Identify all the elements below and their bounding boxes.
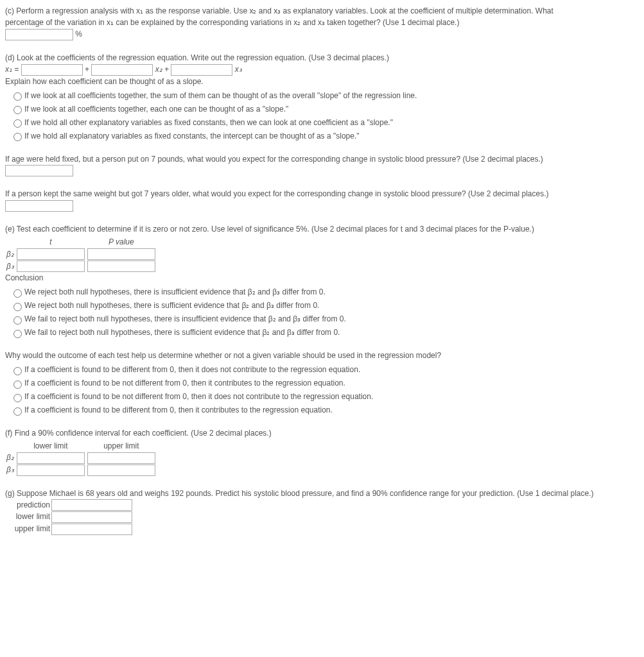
why-opt-3: If a coefficient is found to be differen… [24, 405, 333, 414]
part-d-opt-1: If we look at all coefficients together,… [24, 105, 288, 114]
part-e-opt-2-radio[interactable] [13, 316, 22, 325]
part-d-opt-3: If we hold all explanatory variables as … [24, 132, 360, 141]
prediction-label: prediction [5, 499, 51, 511]
part-d-opt-3-radio[interactable] [13, 133, 22, 141]
x1-equals: x₁ = [5, 65, 19, 74]
part-f-table: lower limit upper limit β₂ β₃ [5, 440, 157, 476]
part-e-opt-3-radio[interactable] [13, 330, 22, 338]
b3-low-input[interactable] [17, 465, 85, 476]
part-e-opt-0: We reject both null hypotheses, there is… [24, 287, 326, 296]
why-opt-0-radio[interactable] [13, 367, 22, 375]
part-d-opt-0: If we look at all coefficients together,… [24, 91, 417, 100]
part-d-opt-2: If we hold all other explanatory variabl… [24, 118, 393, 127]
upper-limit-input[interactable] [51, 524, 132, 535]
prediction-input[interactable] [51, 499, 132, 511]
part-e-prompt: (e) Test each coefficient to determine i… [5, 223, 639, 235]
col-pvalue: P value [86, 236, 157, 248]
part-c: (c) Perform a regression analysis with x… [5, 5, 639, 40]
x3-label: x₃ [235, 65, 242, 74]
coef-x3-input[interactable] [171, 64, 232, 76]
age-fixed-question: If age were held fixed, but a person put… [5, 153, 639, 177]
conclusion-label: Conclusion [5, 272, 639, 284]
why-options: If a coefficient is found to be differen… [10, 364, 639, 416]
plus-1: + [85, 65, 89, 74]
b2-low-input[interactable] [17, 452, 85, 464]
col-upper: upper limit [86, 440, 157, 452]
f-row-b2-label: β₂ [5, 452, 15, 464]
why-opt-1: If a coefficient is found to be not diff… [24, 379, 345, 388]
part-g-prompt: (g) Suppose Michael is 68 years old and … [5, 488, 639, 499]
part-e-opt-1: We reject both null hypotheses, there is… [24, 301, 319, 310]
x2-label: x₂ + [155, 65, 169, 74]
age-fixed-input[interactable] [5, 165, 73, 176]
part-e-opt-1-radio[interactable] [13, 303, 22, 311]
row-b2-label: β₂ [5, 248, 15, 260]
why-opt-3-radio[interactable] [13, 407, 22, 416]
part-e-opt-2: We fail to reject both null hypotheses, … [24, 314, 346, 323]
weight-kept-input[interactable] [5, 200, 73, 212]
age-fixed-prompt: If age were held fixed, but a person put… [5, 153, 639, 165]
part-g: (g) Suppose Michael is 68 years old and … [5, 488, 639, 535]
col-t: t [15, 236, 86, 248]
upper-limit-label: upper limit [5, 523, 51, 534]
f-row-b3-label: β₃ [5, 464, 15, 476]
b3-p-input[interactable] [87, 260, 155, 272]
part-e-opt-0-radio[interactable] [13, 289, 22, 298]
part-c-prompt-1: (c) Perform a regression analysis with x… [5, 5, 639, 17]
b2-up-input[interactable] [87, 452, 155, 464]
part-d: (d) Look at the coefficients of the regr… [5, 52, 639, 142]
b3-t-input[interactable] [17, 260, 85, 272]
part-d-explain: Explain how each coefficient can be thou… [5, 76, 639, 87]
why-opt-2: If a coefficient is found to be not diff… [24, 392, 373, 401]
why-prompt: Why would the outcome of each test help … [5, 350, 639, 361]
coef-x2-input[interactable] [91, 64, 153, 76]
lower-limit-input[interactable] [51, 511, 132, 523]
part-e: (e) Test each coefficient to determine i… [5, 223, 639, 338]
part-f-prompt: (f) Find a 90% confidence interval for e… [5, 427, 639, 439]
why-opt-1-radio[interactable] [13, 380, 22, 389]
part-c-prompt-2: percentage of the variation in x₁ can be… [5, 17, 639, 28]
col-lower: lower limit [15, 440, 86, 452]
part-e-opt-3: We fail to reject both null hypotheses, … [24, 328, 340, 337]
b3-up-input[interactable] [87, 465, 155, 476]
b2-t-input[interactable] [17, 248, 85, 260]
intercept-input[interactable] [21, 64, 83, 76]
part-d-options: If we look at all coefficients together,… [10, 90, 639, 142]
weight-kept-question: If a person kept the same weight but got… [5, 188, 639, 212]
part-d-prompt: (d) Look at the coefficients of the regr… [5, 52, 639, 64]
part-d-opt-0-radio[interactable] [13, 92, 22, 101]
part-c-percent-input[interactable] [5, 29, 73, 40]
lower-limit-label: lower limit [5, 511, 51, 522]
part-d-opt-2-radio[interactable] [13, 119, 22, 128]
percent-sign: % [75, 30, 82, 38]
why-opt-2-radio[interactable] [13, 394, 22, 402]
why-question: Why would the outcome of each test help … [5, 350, 639, 416]
part-e-options: We reject both null hypotheses, there is… [10, 286, 639, 338]
row-b3-label: β₃ [5, 260, 15, 272]
part-f: (f) Find a 90% confidence interval for e… [5, 427, 639, 476]
weight-kept-prompt: If a person kept the same weight but got… [5, 188, 639, 200]
part-d-opt-1-radio[interactable] [13, 106, 22, 114]
part-e-table: t P value β₂ β₃ [5, 236, 157, 272]
why-opt-0: If a coefficient is found to be differen… [24, 365, 360, 374]
b2-p-input[interactable] [87, 248, 155, 260]
